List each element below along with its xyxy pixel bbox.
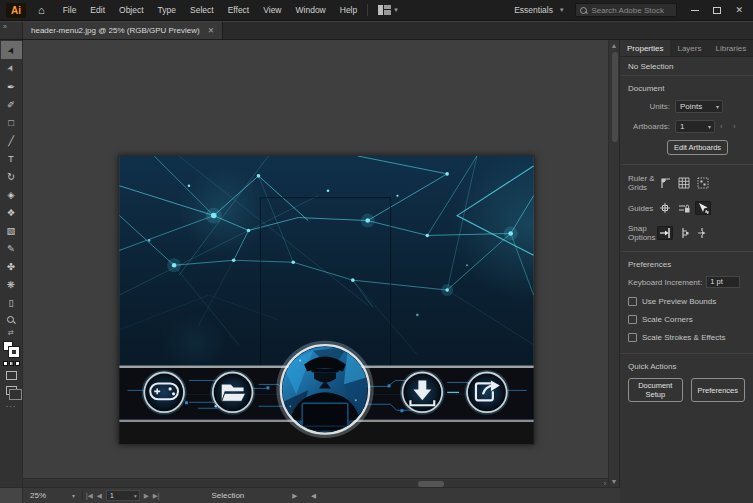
chevron-down-icon: ▾: [560, 6, 564, 14]
zoom-tool-icon: [7, 316, 15, 324]
tab-libraries[interactable]: Libraries: [708, 40, 753, 56]
artwork-image[interactable]: [118, 155, 535, 445]
panel-tabs: Properties Layers Libraries: [620, 40, 753, 57]
show-guides-button[interactable]: [657, 201, 673, 215]
menu-file[interactable]: File: [63, 5, 77, 15]
last-artboard-button[interactable]: ▶|: [153, 492, 160, 500]
menu-help[interactable]: Help: [340, 5, 357, 15]
snap-to-point-button[interactable]: [676, 226, 692, 240]
rectangle-tool[interactable]: □: [1, 113, 22, 131]
vertical-scrollbar[interactable]: ▲ ▼: [608, 40, 620, 503]
zoom-level-dropdown[interactable]: 25% ▾: [23, 491, 79, 500]
snap-to-grid-button[interactable]: [657, 226, 673, 240]
next-artboard-button[interactable]: ▶: [144, 492, 149, 500]
type-tool[interactable]: T: [1, 149, 22, 167]
workspace-switcher[interactable]: Essentials ▾: [514, 5, 563, 15]
horizontal-scrollbar[interactable]: ›: [23, 478, 608, 487]
menu-effect[interactable]: Effect: [228, 5, 250, 15]
menu-window[interactable]: Window: [296, 5, 326, 15]
none-fill-button[interactable]: [15, 361, 20, 366]
screen-mode-button[interactable]: [6, 386, 17, 395]
artboard-number-dropdown[interactable]: 1 ▾: [106, 490, 140, 501]
drawing-modes-button[interactable]: [6, 371, 17, 380]
edit-artboards-button[interactable]: Edit Artboards: [667, 140, 728, 155]
status-options-icons[interactable]: ▶ ◀: [292, 492, 322, 500]
minimize-button[interactable]: [691, 10, 699, 11]
smart-guides-button[interactable]: [695, 201, 711, 215]
eraser-tool[interactable]: ◈: [1, 185, 22, 203]
chevron-down-icon: ▾: [72, 492, 75, 499]
horizontal-scroll-thumb[interactable]: [418, 481, 444, 487]
symbol-sprayer-tool[interactable]: ❋: [1, 275, 22, 293]
status-mode-label: Selection: [211, 491, 244, 500]
pencil-tool[interactable]: ✎: [1, 239, 22, 257]
document-tab[interactable]: header-menu2.jpg @ 25% (RGB/GPU Preview)…: [23, 22, 223, 39]
artboards-value: 1: [680, 122, 684, 131]
chevron-down-icon[interactable]: ▾: [394, 6, 398, 14]
line-segment-tool[interactable]: ╱: [1, 131, 22, 149]
zoom-tool[interactable]: [1, 311, 22, 329]
rotate-tool[interactable]: ↻: [1, 167, 22, 185]
arrange-documents-icon[interactable]: [378, 5, 391, 15]
show-rulers-button[interactable]: [657, 176, 673, 190]
color-fill-button[interactable]: [3, 361, 8, 366]
close-button[interactable]: ✕: [735, 5, 743, 15]
tab-layers[interactable]: Layers: [670, 40, 708, 56]
pen-tool[interactable]: ✒: [1, 77, 22, 95]
home-icon[interactable]: ⌂: [38, 4, 45, 16]
document-setup-button[interactable]: Document Setup: [628, 378, 683, 402]
use-preview-bounds-checkbox[interactable]: [628, 297, 637, 306]
scale-corners-checkbox[interactable]: [628, 315, 637, 324]
status-bar: 25% ▾ |◀ ◀ 1 ▾ ▶ ▶| Selection ▶ ◀: [0, 487, 620, 503]
search-input[interactable]: [591, 6, 671, 15]
swap-fill-stroke-icon[interactable]: ⇄: [8, 329, 14, 339]
chevron-down-icon: ▾: [708, 123, 711, 130]
document-section-title: Document: [620, 84, 753, 93]
snap-to-pixel-button[interactable]: [695, 226, 711, 240]
units-dropdown[interactable]: Points ▾: [675, 100, 723, 113]
menu-edit[interactable]: Edit: [90, 5, 105, 15]
gradient-fill-button[interactable]: [9, 361, 14, 366]
keyboard-increment-input[interactable]: 1 pt: [706, 276, 740, 288]
quick-actions-title: Quick Actions: [620, 362, 753, 371]
scroll-down-icon[interactable]: ▼: [609, 478, 619, 485]
shape-builder-tool[interactable]: ❖: [1, 203, 22, 221]
zoom-level-value: 25%: [30, 491, 72, 500]
artboard-pager-icons[interactable]: ‹ ›: [720, 122, 740, 131]
adobe-stock-search[interactable]: [575, 3, 677, 17]
statusbar-corner: [0, 488, 23, 503]
first-artboard-button[interactable]: |◀: [86, 492, 93, 500]
units-value: Points: [680, 102, 702, 111]
toolbar-expand-icon[interactable]: »: [0, 22, 23, 39]
menu-type[interactable]: Type: [158, 5, 176, 15]
stroke-color-swatch[interactable]: [9, 347, 19, 357]
artboards-dropdown[interactable]: 1 ▾: [675, 120, 715, 133]
menu-select[interactable]: Select: [190, 5, 214, 15]
artboard-tool[interactable]: ▯: [1, 293, 22, 311]
menu-object[interactable]: Object: [119, 5, 144, 15]
direct-selection-tool[interactable]: ➤: [1, 59, 22, 77]
blob-brush-tool[interactable]: ✤: [1, 257, 22, 275]
illustrator-logo-icon[interactable]: Ai: [6, 3, 26, 18]
scroll-up-icon[interactable]: ▲: [609, 42, 619, 49]
tab-properties[interactable]: Properties: [620, 40, 670, 56]
gradient-tool[interactable]: ▧: [1, 221, 22, 239]
vertical-scroll-thumb[interactable]: [612, 52, 618, 142]
selection-tool[interactable]: ➤: [1, 41, 22, 59]
preferences-button[interactable]: Preferences: [691, 378, 745, 402]
show-grid-button[interactable]: [676, 176, 692, 190]
restore-button[interactable]: [713, 7, 721, 14]
selection-status: No Selection: [620, 57, 753, 76]
previous-artboard-button[interactable]: ◀: [97, 492, 102, 500]
scale-strokes-effects-checkbox[interactable]: [628, 333, 637, 342]
lock-guides-button[interactable]: [676, 201, 692, 215]
artboard-number-value: 1: [110, 491, 114, 500]
use-preview-bounds-label: Use Preview Bounds: [642, 297, 716, 306]
tab-close-icon[interactable]: ✕: [208, 26, 214, 35]
curvature-tool[interactable]: ✐: [1, 95, 22, 113]
canvas[interactable]: ›: [23, 40, 608, 503]
edit-toolbar-button[interactable]: ···: [6, 402, 17, 411]
show-transparency-grid-button[interactable]: [695, 176, 711, 190]
menu-view[interactable]: View: [263, 5, 281, 15]
menubar-separator: [367, 4, 368, 16]
